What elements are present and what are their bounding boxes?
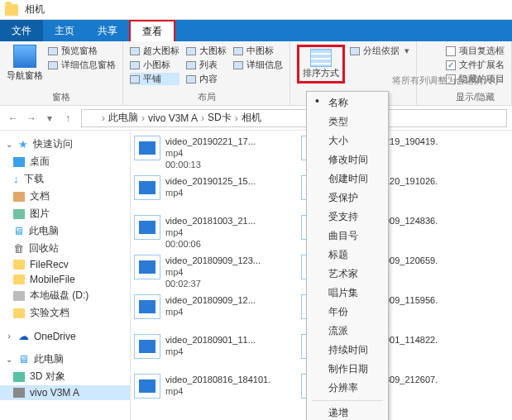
nav-pane-label: 导航窗格 bbox=[7, 69, 43, 82]
tab-file[interactable]: 文件 bbox=[0, 20, 43, 41]
nav-forward-icon[interactable]: → bbox=[23, 110, 40, 126]
crumb-sdcard[interactable]: SD卡› bbox=[208, 111, 238, 125]
sort-supported[interactable]: 受支持 bbox=[307, 208, 388, 227]
sort-created[interactable]: 创建时间 bbox=[307, 169, 388, 189]
sidebar-thispc[interactable]: 🖥此电脑 bbox=[0, 222, 130, 240]
layout-l[interactable]: 大图标 bbox=[186, 45, 227, 57]
nav-recent-icon[interactable]: ▾ bbox=[41, 110, 58, 126]
file-duration: 00:00:13 bbox=[165, 159, 256, 170]
file-tile[interactable]: video_20190125_15...mp4 bbox=[134, 175, 293, 210]
fit-columns-hint: 将所有列调整为合适的大小 bbox=[392, 74, 501, 87]
video-thumb-icon bbox=[134, 294, 160, 319]
sidebar-onedrive[interactable]: ›☁OneDrive bbox=[0, 328, 130, 344]
address-bar[interactable]: › 此电脑› vivo V3M A› SD卡› 相机 bbox=[81, 109, 507, 127]
breadcrumb-bar: ← → ▾ ↑ › 此电脑› vivo V3M A› SD卡› 相机 bbox=[0, 106, 512, 131]
nav-pane-button[interactable]: 导航窗格 bbox=[7, 45, 43, 82]
layout-content[interactable]: 内容 bbox=[186, 73, 227, 85]
sidebar-pictures[interactable]: 图片 bbox=[0, 205, 130, 222]
tab-home[interactable]: 主页 bbox=[43, 20, 86, 41]
sort-protected[interactable]: 受保护 bbox=[307, 189, 388, 208]
sort-duration[interactable]: 持续时间 bbox=[307, 341, 388, 360]
sidebar-mobilefile[interactable]: MobileFile bbox=[0, 272, 130, 287]
sort-type[interactable]: 类型 bbox=[307, 112, 388, 131]
file-name: video_20190125_15... bbox=[165, 175, 256, 187]
file-tile[interactable]: video_20180909_123...mp400:02:37 bbox=[134, 255, 293, 289]
video-thumb-icon bbox=[134, 334, 160, 359]
sidebar-3dobjects[interactable]: 3D 对象 bbox=[0, 368, 130, 385]
nav-back-icon[interactable]: ← bbox=[5, 110, 22, 126]
file-name: video_20180909_12... bbox=[165, 294, 256, 306]
sort-modtime[interactable]: 修改时间 bbox=[307, 150, 388, 169]
details-pane-button[interactable]: 详细信息窗格 bbox=[48, 59, 116, 71]
group-label-layout: 布局 bbox=[130, 91, 283, 103]
layout-m[interactable]: 中图标 bbox=[233, 45, 283, 57]
file-ext: mp4 bbox=[165, 385, 270, 397]
sort-trackno[interactable]: 曲目号 bbox=[307, 227, 388, 246]
crumb-thispc[interactable]: 此电脑› bbox=[108, 111, 145, 125]
sort-name[interactable]: 名称 bbox=[307, 93, 388, 112]
layout-list[interactable]: 列表 bbox=[186, 59, 227, 71]
file-tile[interactable]: video_20180816_184101.mp4 bbox=[134, 374, 293, 399]
sidebar-downloads[interactable]: ↓下载 bbox=[0, 170, 130, 188]
ribbon-tabs: 文件 主页 共享 查看 bbox=[0, 20, 512, 41]
sidebar-localdisk[interactable]: 本地磁盘 (D:) bbox=[0, 287, 130, 304]
group-label-showhide: 显示/隐藏 bbox=[446, 91, 505, 103]
layout-detail[interactable]: 详细信息 bbox=[233, 59, 283, 71]
sort-album[interactable]: 唱片集 bbox=[307, 284, 388, 303]
nav-up-icon[interactable]: ↑ bbox=[60, 110, 76, 126]
opt-file-ext[interactable]: ✓文件扩展名 bbox=[446, 59, 505, 71]
video-thumb-icon bbox=[134, 374, 160, 399]
preview-pane-icon bbox=[48, 47, 58, 55]
tab-view[interactable]: 查看 bbox=[129, 20, 175, 41]
sort-genre[interactable]: 流派 bbox=[307, 322, 388, 341]
sidebar-quick-access[interactable]: ⌄★快速访问 bbox=[0, 136, 130, 153]
sort-title[interactable]: 标题 bbox=[307, 246, 388, 265]
video-thumb-icon bbox=[134, 215, 160, 240]
group-label-panes: 窗格 bbox=[7, 91, 116, 103]
details-pane-icon bbox=[48, 61, 58, 69]
file-tile[interactable]: video_20180901_11...mp4 bbox=[134, 334, 293, 369]
sort-by-menu: 名称 类型 大小 修改时间 创建时间 受保护 受支持 曲目号 标题 艺术家 唱片… bbox=[306, 91, 389, 420]
sidebar-thispc2[interactable]: ⌄🖥此电脑 bbox=[0, 351, 130, 368]
sidebar-expdoc[interactable]: 实验文档 bbox=[0, 304, 130, 322]
ribbon-group-layout: 超大图标 大图标 中图标 小图标 列表 详细信息 平铺 内容 布局 bbox=[123, 41, 290, 105]
crumb-camera[interactable]: 相机 bbox=[242, 111, 261, 125]
file-name: video_20180816_184101. bbox=[165, 374, 270, 385]
group-by-button[interactable]: 分组依据▾ bbox=[350, 45, 409, 57]
file-ext: mp4 bbox=[165, 147, 256, 159]
sort-size[interactable]: 大小 bbox=[307, 131, 388, 150]
sort-resolution[interactable]: 分辨率 bbox=[307, 379, 388, 398]
titlebar: 相机 bbox=[0, 0, 512, 20]
sort-year[interactable]: 年份 bbox=[307, 303, 388, 322]
layout-tile[interactable]: 平铺 bbox=[130, 73, 179, 85]
file-ext: mp4 bbox=[165, 266, 261, 278]
layout-xl[interactable]: 超大图标 bbox=[130, 45, 179, 57]
sidebar-documents[interactable]: 文档 bbox=[0, 188, 130, 205]
crumb-device[interactable]: vivo V3M A› bbox=[148, 112, 204, 124]
ribbon-group-panes: 导航窗格 预览窗格 详细信息窗格 窗格 bbox=[0, 41, 123, 105]
file-ext: mp4 bbox=[165, 306, 256, 317]
nav-pane-icon bbox=[13, 45, 36, 68]
file-tile[interactable]: video_20190221_17...mp400:00:13 bbox=[134, 136, 293, 170]
sidebar-filerecv[interactable]: FileRecv bbox=[0, 257, 130, 272]
opt-item-checkboxes[interactable]: 项目复选框 bbox=[446, 45, 505, 57]
sort-artist[interactable]: 艺术家 bbox=[307, 265, 388, 284]
sort-ascending[interactable]: 递增 bbox=[307, 403, 388, 420]
layout-s[interactable]: 小图标 bbox=[130, 59, 179, 71]
file-tile[interactable]: video_20180909_12...mp4 bbox=[134, 294, 293, 329]
sidebar-desktop[interactable]: 桌面 bbox=[0, 153, 130, 170]
tab-share[interactable]: 共享 bbox=[86, 20, 129, 41]
sort-makedate[interactable]: 制作日期 bbox=[307, 360, 388, 379]
preview-pane-button[interactable]: 预览窗格 bbox=[48, 45, 116, 57]
file-name: video_20190221_17... bbox=[165, 136, 256, 147]
file-ext: mp4 bbox=[165, 227, 256, 238]
sort-by-button[interactable]: 排序方式 bbox=[297, 45, 345, 84]
folder-icon bbox=[87, 113, 98, 123]
nav-sidebar: ⌄★快速访问 桌面 ↓下载 文档 图片 🖥此电脑 🗑回收站 FileRecv M… bbox=[0, 131, 131, 420]
sidebar-vivo-device[interactable]: vivo V3M A bbox=[0, 385, 130, 400]
sidebar-recycle[interactable]: 🗑回收站 bbox=[0, 240, 130, 257]
file-duration: 00:00:06 bbox=[165, 238, 256, 250]
sort-by-icon bbox=[310, 49, 332, 67]
ribbon: 导航窗格 预览窗格 详细信息窗格 窗格 超大图标 大图标 中图标 小图标 列表 … bbox=[0, 41, 512, 106]
file-tile[interactable]: video_20181003_21...mp400:00:06 bbox=[134, 215, 293, 250]
